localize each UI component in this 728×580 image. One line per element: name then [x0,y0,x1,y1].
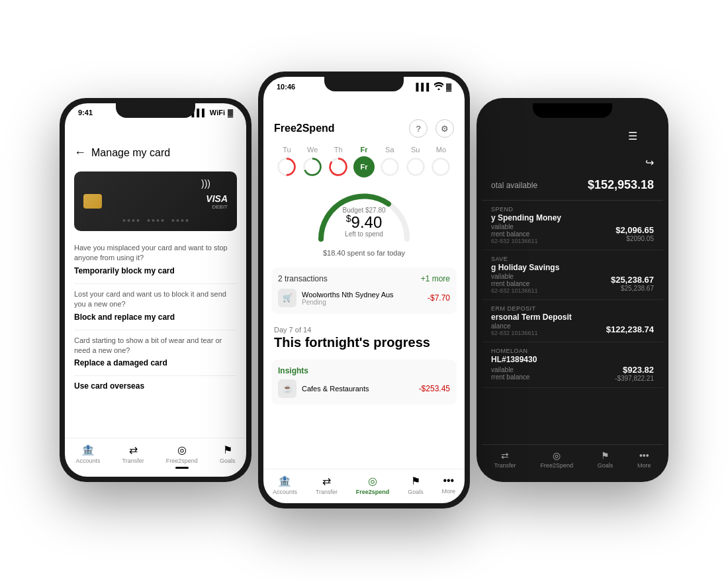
left-nav: ← Manage my card [65,119,246,166]
center-nav-transfer[interactable]: ⇄ Transfer [316,475,338,495]
center-nav-free2spend[interactable]: ◎ Free2spend [356,475,390,495]
damaged-desc: Card starting to show a bit of wear and … [74,336,237,356]
day-saturday[interactable]: Sa [379,146,400,177]
day-tuesday[interactable]: Tu [276,146,297,177]
overseas-action[interactable]: Use card overseas [74,381,237,391]
center-more-icon: ••• [443,475,454,487]
scene: 9:41 ▌▌▌ WiFi ▓ ← Manage my card ))) VIS [0,0,728,580]
right-goals-icon: ⚑ [601,450,610,461]
left-time: 9:41 [78,109,93,117]
nav-transfer[interactable]: ⇄ Transfer [122,444,144,469]
day-friday-label: Fr [360,146,367,154]
budget-large: 9 [351,213,360,231]
accounts-icon: 🏦 [81,444,95,456]
insight-item[interactable]: ☕ Cafes & Restaurants -$253.45 [278,379,450,398]
center-nav-more[interactable]: ••• More [442,475,456,495]
center-accounts-label: Accounts [273,489,297,495]
account-spend-details: vailable rrent balance 62-832 10136611 $… [491,223,654,244]
center-nav-accounts[interactable]: 🏦 Accounts [273,475,297,495]
card-number-dots [123,219,189,222]
day-friday-circle: Fr [353,156,375,177]
account-term[interactable]: erm deposit ersonal Term Deposit alance … [482,300,663,342]
budget-gauge: Budget $27.80 $9.40 Left to spend $18.40… [263,183,465,264]
right-transfer-label: Transfer [494,462,516,469]
right-notch [533,103,612,118]
center-free2spend-icon: ◎ [368,475,377,487]
center-notch [324,77,404,91]
nav-goals[interactable]: ⚑ Goals [220,444,236,469]
day-saturday-label: Sa [385,146,394,154]
right-bottom-nav: ⇄ Transfer ◎ Free2Spend ⚑ Goals ••• More [482,444,663,477]
right-nav-goals[interactable]: ⚑ Goals [598,450,614,469]
right-more-icon: ••• [639,450,649,461]
center-nav-goals[interactable]: ⚑ Goals [408,475,424,495]
center-goals-icon: ⚑ [411,475,420,487]
left-screen: 9:41 ▌▌▌ WiFi ▓ ← Manage my card ))) VIS [65,103,246,477]
center-transfer-label: Transfer [316,489,338,495]
day-wednesday[interactable]: We [302,146,323,177]
day-sunday[interactable]: Su [405,146,426,177]
account-term-num: 62-832 10136611 [491,330,538,336]
nav-free2spend[interactable]: ◎ Free2spend [166,444,198,469]
account-save-curr-amount: $25,238.67 [611,285,654,292]
account-save-balance: $25,238.67 $25,238.67 [611,275,654,292]
accounts-label: Accounts [76,458,101,464]
day-monday[interactable]: Mo [430,146,451,177]
center-status-icons: ▌▌▌ ▓ [416,82,451,91]
right-nav-transfer[interactable]: ⇄ Transfer [494,450,516,469]
left-to-spend-label: Left to spend [342,230,385,238]
day-thursday-label: Th [334,146,343,154]
card-chip-icon [83,194,102,209]
fortnight-section: Day 7 of 14 This fortnight's progress [263,318,465,360]
back-arrow-icon[interactable]: ← [74,146,86,160]
temp-block-action[interactable]: Temporarily block my card [74,266,237,275]
right-goals-label: Goals [598,462,614,469]
svg-point-8 [433,159,449,175]
account-home[interactable]: Homeloan HL#1389430 vailable rrent balan… [482,342,663,388]
account-home-avail-label: vailable [491,366,529,373]
gauge-container: Budget $27.80 $9.40 Left to spend [311,189,417,242]
insight-amount: -$253.45 [419,384,450,393]
replace-block-action[interactable]: Block and replace my card [74,313,237,322]
left-notch [116,103,195,118]
transaction-item[interactable]: 🛒 Woolworths Nth Sydney Aus Pending -$7.… [278,289,450,307]
divider-3 [74,375,237,376]
trans-store-icon: 🛒 [278,289,296,307]
center-free2spend-label: Free2spend [356,489,390,495]
block-damaged: Card starting to show a bit of wear and … [74,336,237,368]
damaged-action[interactable]: Replace a damaged card [74,358,237,367]
right-nav-more[interactable]: ••• More [637,450,651,469]
account-home-name: HL#1389430 [491,355,654,364]
transactions-section: 2 transactions +1 more 🛒 Woolworths Nth … [271,267,457,314]
account-spend[interactable]: Spend y Spending Money vailable rrent ba… [482,201,663,250]
insight-info: Cafes & Restaurants [302,385,414,393]
nav-accounts[interactable]: 🏦 Accounts [76,444,101,469]
logout-icon[interactable]: ↪ [645,156,654,169]
right-nav-free2spend[interactable]: ◎ Free2Spend [540,450,573,469]
transfer-icon: ⇄ [129,444,138,456]
center-screen: 10:46 ▌▌▌ ▓ Free2Spend ? ⚙ [263,77,465,503]
center-wifi-icon [434,82,443,91]
menu-icon[interactable]: ☰ [628,130,637,169]
right-more-label: More [637,462,651,469]
day-monday-label: Mo [436,146,446,154]
divider-2 [74,330,237,330]
settings-icon[interactable]: ⚙ [435,119,454,138]
divider-1 [74,283,237,284]
free2spend-label: Free2spend [166,458,198,464]
battery-icon: ▓ [228,109,233,117]
right-free2spend-icon: ◎ [553,450,561,461]
trans-more[interactable]: +1 more [421,274,450,283]
day-thursday[interactable]: Th [328,146,349,177]
active-indicator [175,467,189,469]
day-friday[interactable]: Fr Fr [353,146,375,177]
account-save-type: Save [491,256,654,262]
help-icon[interactable]: ? [409,119,428,138]
account-spend-num: 62-832 10136611 [491,238,538,244]
account-term-name: ersonal Term Deposit [491,313,654,322]
budget-amount: $9.40 [342,214,385,230]
account-save[interactable]: Save g Holiday Savings vailable rrent ba… [482,250,663,300]
account-spend-avail-label: vailable [491,223,538,230]
balance-label: otal available [491,181,537,190]
phone-right-inner: ☰ ↪ otal available $152,953.18 Spend y S… [482,103,663,477]
